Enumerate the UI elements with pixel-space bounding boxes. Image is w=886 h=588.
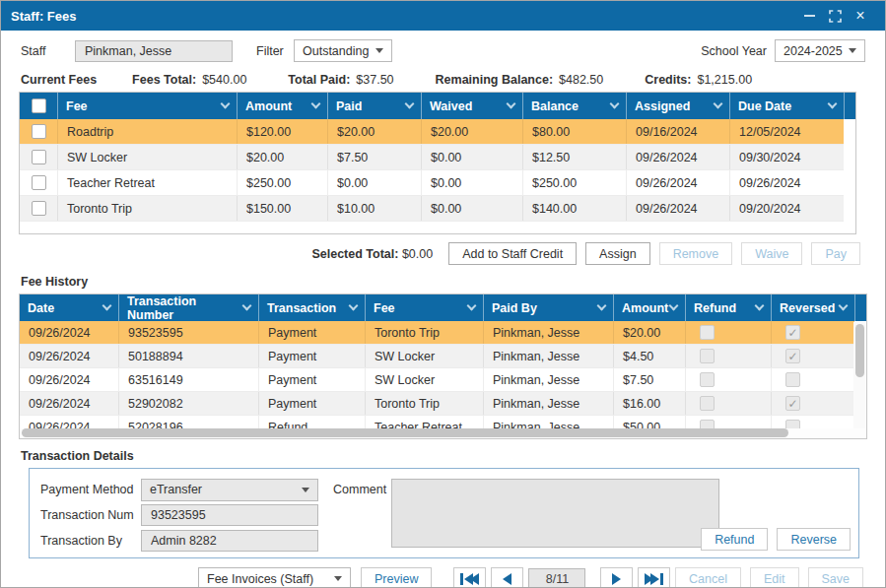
fee-history-table: DateTransaction NumberTransactionFeePaid… bbox=[19, 294, 867, 439]
pay-button[interactable]: Pay bbox=[811, 242, 860, 265]
fee-cell: $80.00 bbox=[522, 119, 626, 144]
previous-page-button[interactable] bbox=[491, 567, 523, 588]
fee-history-row[interactable]: 09/26/202493523595PaymentToronto TripPin… bbox=[20, 321, 854, 345]
sort-chevron-icon bbox=[467, 301, 477, 311]
cancel-button[interactable]: Cancel bbox=[675, 567, 741, 588]
maximize-icon[interactable] bbox=[822, 5, 848, 27]
row-select-checkbox[interactable] bbox=[32, 124, 46, 139]
column-header-due-date[interactable]: Due Date bbox=[729, 93, 844, 119]
remove-button[interactable]: Remove bbox=[659, 242, 733, 265]
payment-method-select[interactable]: eTransfer bbox=[141, 479, 318, 501]
filter-select[interactable]: Outstanding bbox=[294, 39, 392, 62]
fee-cell: 09/20/2024 bbox=[729, 196, 844, 221]
horizontal-scrollbar[interactable] bbox=[20, 428, 866, 438]
assign-button[interactable]: Assign bbox=[585, 242, 650, 265]
sort-chevron-icon bbox=[507, 99, 516, 109]
fee-row[interactable]: Toronto Trip$150.00$10.00$0.00$140.0009/… bbox=[20, 196, 844, 222]
column-header-assigned[interactable]: Assigned bbox=[626, 93, 729, 119]
column-header-label: Amount bbox=[622, 301, 668, 315]
selected-total-label: Selected Total: bbox=[311, 247, 398, 261]
column-header-amount[interactable]: Amount bbox=[237, 93, 327, 119]
row-select-cell bbox=[20, 196, 57, 221]
current-fees-summary: Current Fees Fees Total:$540.00 Total Pa… bbox=[1, 62, 885, 86]
column-header-paid-by[interactable]: Paid By bbox=[483, 294, 613, 321]
vertical-scrollbar[interactable] bbox=[853, 322, 865, 428]
close-icon[interactable]: × bbox=[848, 5, 873, 27]
current-fees-title: Current Fees bbox=[21, 73, 97, 87]
refund-checkbox[interactable] bbox=[700, 420, 715, 428]
preview-button[interactable]: Preview bbox=[361, 567, 432, 588]
staff-fees-dialog: Staff: Fees × Staff Filter Outstanding S… bbox=[0, 0, 886, 588]
comment-textarea[interactable] bbox=[391, 479, 719, 548]
reversed-checkbox[interactable] bbox=[785, 349, 800, 363]
column-header-amount[interactable]: Amount bbox=[613, 294, 685, 321]
column-header-label: Waived bbox=[430, 99, 472, 113]
minimize-icon[interactable] bbox=[796, 5, 822, 27]
row-select-checkbox[interactable] bbox=[32, 150, 46, 164]
reversed-checkbox[interactable] bbox=[785, 396, 800, 411]
column-header-reversed[interactable]: Reversed bbox=[771, 294, 854, 321]
fee-cell: $0.00 bbox=[327, 170, 421, 195]
staff-input[interactable] bbox=[75, 40, 233, 62]
fee-history-row[interactable]: 09/26/202463516149PaymentSW LockerPinkma… bbox=[20, 368, 854, 392]
reverse-button[interactable]: Reverse bbox=[777, 528, 851, 551]
page-indicator-input[interactable] bbox=[528, 568, 585, 588]
refund-checkbox[interactable] bbox=[700, 349, 715, 363]
column-header-balance[interactable]: Balance bbox=[522, 93, 626, 119]
history-cell: Payment bbox=[258, 392, 365, 415]
fee-cell: $120.00 bbox=[237, 119, 327, 144]
save-button[interactable]: Save bbox=[808, 567, 864, 588]
column-header-waived[interactable]: Waived bbox=[421, 93, 522, 119]
fee-history-row[interactable]: 09/26/202450188894PaymentSW LockerPinkma… bbox=[20, 345, 854, 368]
transaction-by-input[interactable] bbox=[141, 530, 318, 552]
selected-total-value: $0.00 bbox=[402, 247, 433, 261]
history-cell: SW Locker bbox=[365, 368, 483, 391]
refund-button[interactable]: Refund bbox=[701, 528, 768, 551]
next-page-button[interactable] bbox=[600, 567, 633, 588]
fee-history-row[interactable]: 09/26/202452028196RefundTeacher RetreatP… bbox=[20, 416, 854, 428]
refund-checkbox[interactable] bbox=[700, 372, 715, 387]
school-year-select[interactable]: 2024-2025 bbox=[775, 39, 865, 62]
transaction-num-input[interactable] bbox=[141, 504, 318, 526]
transaction-details-title: Transaction Details bbox=[21, 449, 885, 463]
column-header-date[interactable]: Date bbox=[20, 294, 118, 321]
last-page-button[interactable] bbox=[638, 567, 670, 588]
column-header-transaction-number[interactable]: Transaction Number bbox=[118, 294, 258, 321]
fee-history-title: Fee History bbox=[21, 275, 885, 289]
row-select-checkbox[interactable] bbox=[32, 175, 46, 190]
column-header-label: Paid bbox=[336, 99, 362, 113]
fee-row[interactable]: Teacher Retreat$250.00$0.00$0.00$250.000… bbox=[20, 170, 844, 196]
waive-button[interactable]: Waive bbox=[741, 242, 802, 265]
column-header-fee[interactable]: Fee bbox=[57, 93, 237, 119]
fee-history-row[interactable]: 09/26/202452902082PaymentToronto TripPin… bbox=[20, 392, 854, 416]
credits: Credits:$1,215.00 bbox=[645, 73, 752, 87]
report-select[interactable]: Fee Invoices (Staff) bbox=[198, 567, 351, 588]
first-page-button[interactable] bbox=[453, 567, 486, 588]
refund-checkbox[interactable] bbox=[700, 396, 715, 411]
fee-row[interactable]: Roadtrip$120.00$20.00$20.00$80.0009/16/2… bbox=[20, 119, 844, 145]
column-header-label: Transaction bbox=[267, 301, 336, 315]
reversed-checkbox[interactable] bbox=[785, 372, 800, 387]
column-header-fee[interactable]: Fee bbox=[365, 294, 483, 321]
column-header-refund[interactable]: Refund bbox=[685, 294, 771, 321]
row-select-checkbox[interactable] bbox=[32, 201, 46, 216]
history-cell: Teacher Retreat bbox=[365, 416, 483, 428]
footer-bar: Fee Invoices (Staff) Preview CancelEditS… bbox=[1, 566, 885, 588]
add-to-staff-credit-button[interactable]: Add to Staff Credit bbox=[448, 242, 577, 265]
reversed-checkbox[interactable] bbox=[785, 325, 800, 340]
select-all-checkbox[interactable] bbox=[32, 98, 46, 113]
vertical-scrollbar-thumb[interactable] bbox=[855, 324, 864, 377]
comment-label: Comment bbox=[333, 483, 386, 496]
refund-checkbox[interactable] bbox=[700, 325, 715, 340]
edit-button[interactable]: Edit bbox=[750, 567, 799, 588]
column-header-transaction[interactable]: Transaction bbox=[258, 294, 365, 321]
column-header-paid[interactable]: Paid bbox=[327, 93, 421, 119]
fee-row[interactable]: SW Locker$20.00$7.50$0.00$12.5009/26/202… bbox=[20, 145, 844, 170]
horizontal-scrollbar-thumb[interactable] bbox=[22, 428, 788, 437]
column-header-label: Due Date bbox=[738, 99, 791, 113]
history-cell: 09/26/2024 bbox=[20, 368, 118, 391]
reversed-checkbox[interactable] bbox=[785, 420, 800, 428]
remaining-balance: Remaining Balance:$482.50 bbox=[436, 73, 604, 87]
selected-total: Selected Total: $0.00 bbox=[311, 247, 433, 261]
refund-cell bbox=[685, 392, 771, 415]
